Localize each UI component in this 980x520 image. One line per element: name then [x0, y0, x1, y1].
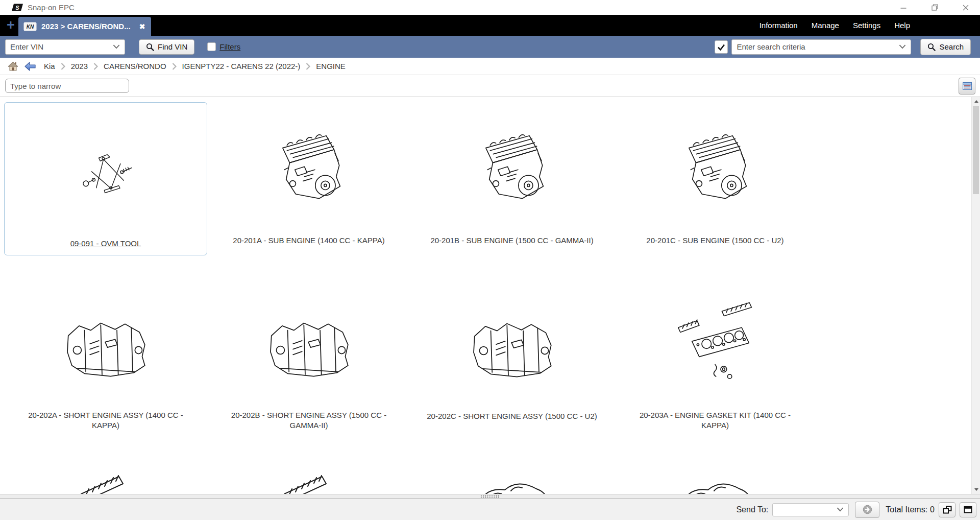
horizontal-splitter[interactable]	[0, 494, 980, 499]
content-area: 09-091 - OVM TOOL 20-201A - SUB ENGINE (…	[0, 97, 980, 494]
magnifier-icon	[146, 43, 154, 51]
part-drawing-image	[671, 126, 759, 209]
window-controls	[896, 0, 973, 15]
part-item-label[interactable]: 20-201A - SUB ENGINE (1400 CC - KAPPA)	[221, 232, 397, 255]
search-criteria-selector[interactable]: Enter search criteria	[731, 39, 911, 55]
restore-button[interactable]	[927, 2, 942, 13]
tab-close-icon[interactable]: ✖	[139, 22, 145, 31]
check-icon	[717, 42, 726, 52]
part-item[interactable]: 20-202B - SHORT ENGINE ASSY (1500 CC - G…	[207, 281, 410, 431]
part-item-label[interactable]: 20-202A - SHORT ENGINE ASSY (1400 CC - K…	[18, 407, 193, 431]
part-item-label[interactable]: 20-203A - ENGINE GASKET KIT (1400 CC - K…	[627, 407, 803, 431]
scroll-up-button[interactable]	[972, 97, 980, 106]
breadcrumb-chevron-icon	[172, 63, 177, 70]
part-item[interactable]: 20-202C - SHORT ENGINE ASSY (1500 CC - U…	[410, 281, 614, 431]
part-item-label[interactable]: 09-091 - OVM TOOL	[18, 232, 193, 255]
part-drawing-image	[258, 471, 360, 494]
chevron-down-icon	[837, 507, 844, 512]
search-button[interactable]: Search	[920, 39, 971, 55]
filters-label[interactable]: Filters	[219, 42, 240, 51]
parts-grid: 09-091 - OVM TOOL 20-201A - SUB ENGINE (…	[0, 97, 980, 494]
send-to-selector[interactable]	[772, 503, 849, 516]
svg-text:S: S	[15, 5, 19, 11]
part-drawing	[411, 281, 613, 408]
part-item-label[interactable]: 20-201B - SUB ENGINE (1500 CC - GAMMA-II…	[424, 232, 600, 255]
filters-control: Filters	[207, 42, 240, 51]
part-item[interactable]: 20-201A - SUB ENGINE (1400 CC - KAPPA)	[207, 102, 410, 255]
search-criteria-value: Enter search criteria	[737, 42, 899, 51]
part-item[interactable]: 20-203A - ENGINE GASKET KIT (1400 CC - K…	[614, 281, 817, 431]
breadcrumb-kia[interactable]: Kia	[44, 62, 55, 70]
part-item-label[interactable]: 20-202B - SHORT ENGINE ASSY (1500 CC - G…	[221, 407, 397, 431]
kia-badge-icon: KN	[23, 22, 37, 31]
cascade-view-button[interactable]	[939, 502, 955, 517]
tab-active[interactable]: KN 2023 > CARENS/ROND... ✖	[18, 17, 151, 36]
menu-information[interactable]: Information	[760, 21, 798, 30]
restore-icon	[932, 4, 938, 11]
send-button[interactable]	[855, 502, 879, 518]
new-tab-button[interactable]: +	[4, 16, 17, 34]
tab-label: 2023 > CARENS/ROND...	[41, 22, 131, 31]
splitter-grip-icon	[480, 495, 500, 498]
part-drawing-image	[468, 126, 556, 209]
part-drawing-image	[664, 471, 766, 494]
menu-settings[interactable]: Settings	[853, 21, 880, 30]
close-button[interactable]	[959, 2, 973, 13]
search-button-label: Search	[939, 42, 964, 51]
part-item[interactable]: 20-201C - SUB ENGINE (1500 CC - U2)	[614, 102, 817, 255]
app-title: Snap-on EPC	[28, 3, 75, 12]
part-drawing-image	[461, 471, 563, 494]
vin-selector[interactable]: Enter VIN	[5, 39, 125, 55]
scrollbar-thumb[interactable]	[973, 106, 979, 194]
part-drawing-image	[265, 126, 353, 209]
filters-checkbox[interactable]	[207, 42, 216, 51]
view-toggle-button[interactable]	[959, 78, 975, 94]
search-bar: Enter VIN Find VIN Filters Enter search …	[0, 36, 980, 58]
total-items-label: Total Items:	[886, 505, 927, 514]
back-arrow-icon[interactable]	[24, 62, 36, 71]
triangle-up-icon	[974, 100, 978, 103]
part-drawing	[208, 281, 410, 407]
tab-bar: + KN 2023 > CARENS/ROND... ✖ Information…	[0, 15, 980, 36]
narrow-input[interactable]	[5, 79, 129, 93]
breadcrumb-engine[interactable]: ENGINE	[316, 62, 346, 70]
part-item-label[interactable]: 20-201C - SUB ENGINE (1500 CC - U2)	[627, 232, 803, 255]
menu-help[interactable]: Help	[894, 21, 910, 30]
maximize-panel-button[interactable]	[960, 502, 976, 517]
footer-bar: Send To: Total Items: 0	[0, 499, 980, 520]
search-criteria-checkbox[interactable]	[715, 40, 728, 54]
part-item[interactable]: 20-202A - SHORT ENGINE ASSY (1400 CC - K…	[4, 281, 207, 431]
breadcrumb-2023[interactable]: 2023	[71, 62, 88, 70]
send-arrow-icon	[863, 505, 872, 514]
part-drawing	[411, 457, 613, 494]
vertical-scrollbar[interactable]	[971, 97, 980, 494]
send-to-label: Send To:	[736, 505, 768, 514]
part-item[interactable]	[207, 457, 410, 494]
part-item[interactable]	[614, 457, 817, 494]
breadcrumb-chevron-icon	[306, 63, 310, 70]
breadcrumb-chevron-icon	[61, 63, 65, 70]
title-bar: S Snap-on EPC	[0, 0, 980, 15]
part-item[interactable]	[410, 457, 614, 494]
menu-manage[interactable]: Manage	[812, 21, 839, 30]
part-item-label[interactable]: 20-202C - SHORT ENGINE ASSY (1500 CC - U…	[424, 408, 600, 431]
narrow-toolbar	[0, 75, 980, 97]
list-view-icon	[963, 82, 972, 90]
scroll-down-button[interactable]	[972, 485, 980, 494]
breadcrumb-carens-rondo[interactable]: CARENS/RONDO	[104, 62, 166, 70]
breadcrumb-igenpty22-carens-22-2022[interactable]: IGENPTY22 - CARENS 22 (2022-)	[182, 62, 301, 70]
cascade-windows-icon	[943, 506, 952, 514]
part-item[interactable]	[4, 457, 207, 494]
part-item[interactable]: 20-201B - SUB ENGINE (1500 CC - GAMMA-II…	[410, 102, 614, 255]
app-menu: InformationManageSettingsHelp	[760, 15, 910, 36]
part-drawing	[5, 103, 207, 232]
minimize-button[interactable]	[896, 2, 911, 13]
part-drawing	[5, 281, 207, 407]
find-vin-button[interactable]: Find VIN	[139, 39, 194, 55]
part-drawing	[5, 457, 207, 494]
home-icon[interactable]	[8, 61, 18, 71]
part-item[interactable]: 09-091 - OVM TOOL	[4, 102, 207, 255]
chevron-down-icon	[113, 44, 120, 49]
part-drawing-image	[58, 306, 154, 383]
breadcrumb-chevron-icon	[93, 63, 98, 70]
